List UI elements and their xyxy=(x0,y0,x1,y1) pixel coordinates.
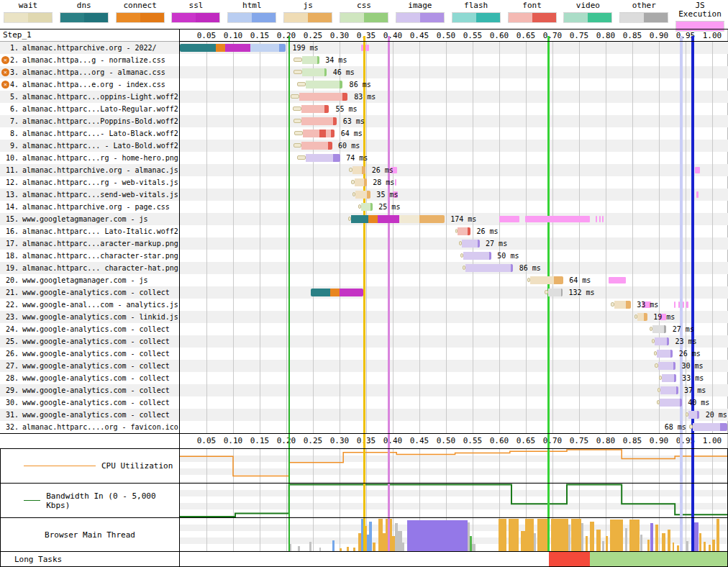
waterfall-row[interactable]: 20 ms xyxy=(180,409,728,421)
waterfall-row[interactable]: 26 ms xyxy=(180,164,728,176)
request-list-item[interactable]: 11.almanac.httparchive.org - almanac.js xyxy=(0,164,180,176)
request-bar[interactable] xyxy=(654,350,673,358)
request-list-item[interactable]: 16.almanac.httparc... Lato-Italic.woff2 xyxy=(0,225,180,237)
waterfall-row[interactable]: 27 ms xyxy=(180,323,728,335)
request-bar[interactable] xyxy=(291,93,347,101)
request-bar[interactable] xyxy=(634,313,647,321)
request-bar[interactable] xyxy=(294,117,337,125)
request-bar[interactable] xyxy=(348,215,445,223)
request-list-item[interactable]: 27.www.google-analytics.com - collect xyxy=(0,360,180,372)
request-list-item[interactable]: 21.www.google-analytics.com - collect xyxy=(0,286,180,299)
request-bar[interactable] xyxy=(652,337,669,345)
waterfall-row[interactable]: 26 ms xyxy=(180,348,728,360)
request-list-item[interactable]: 22.www.google-anal...com - analytics.js xyxy=(0,299,180,311)
waterfall-row[interactable]: 30 ms xyxy=(180,360,728,372)
request-bar[interactable] xyxy=(180,44,286,52)
request-bar[interactable] xyxy=(689,423,727,431)
waterfall-row[interactable]: 174 ms xyxy=(180,213,728,225)
request-bar[interactable] xyxy=(460,252,491,260)
waterfall-row[interactable]: 50 ms xyxy=(180,250,728,262)
waterfall-row[interactable]: 46 ms xyxy=(180,66,728,78)
waterfall-row[interactable]: 199 ms xyxy=(180,42,728,54)
request-bar[interactable] xyxy=(358,203,373,211)
waterfall-row[interactable]: 26 ms xyxy=(180,225,728,237)
waterfall-row[interactable]: 19 ms xyxy=(180,311,728,323)
request-bar[interactable] xyxy=(650,325,667,333)
request-bar[interactable] xyxy=(294,130,335,137)
request-bar[interactable] xyxy=(311,289,363,296)
request-list-item[interactable]: 30.www.google-analytics.com - collect xyxy=(0,396,180,409)
waterfall-row[interactable]: 64 ms xyxy=(180,127,728,140)
waterfall-row[interactable]: 63 ms xyxy=(180,115,728,127)
request-list-item[interactable]: 8.almanac.httparc...- Lato-Black.woff2 xyxy=(0,127,180,140)
request-list-item[interactable]: 1.almanac.httparchive.org - 2022/ xyxy=(0,42,180,54)
request-list-item[interactable]: 17.almanac.httparc...aracter-markup.png xyxy=(0,237,180,250)
request-list-item[interactable]: 6.almanac.httparc...Lato-Regular.woff2 xyxy=(0,103,180,115)
request-list-item[interactable]: ✕4.almanac.httpa...e.org - index.css xyxy=(0,78,180,91)
request-list-item[interactable]: 25.www.google-analytics.com - collect xyxy=(0,335,180,348)
waterfall-row[interactable]: 25 ms xyxy=(180,201,728,213)
request-list-item[interactable]: ✕3.almanac.httpa...org - almanac.css xyxy=(0,66,180,78)
waterfall-row[interactable]: 40 ms xyxy=(180,396,728,409)
request-bar[interactable] xyxy=(352,191,370,199)
request-list-item[interactable]: 13.almanac.httparc...send-web-vitals.js xyxy=(0,189,180,201)
request-list-item[interactable]: 24.www.google-analytics.com - collect xyxy=(0,323,180,335)
request-bar[interactable] xyxy=(351,178,366,186)
waterfall-row[interactable]: 35 ms xyxy=(180,189,728,201)
waterfall-row[interactable]: 37 ms xyxy=(180,384,728,396)
request-bar[interactable] xyxy=(294,142,332,150)
request-list-item[interactable]: 18.almanac.httparc...character-star.png xyxy=(0,250,180,262)
request-list-item[interactable]: ✕2.almanac.httpa...g - normalize.css xyxy=(0,54,180,66)
waterfall-row[interactable]: 86 ms xyxy=(180,262,728,274)
waterfall-row[interactable]: 74 ms xyxy=(180,152,728,164)
waterfall-row[interactable]: 34 ms xyxy=(180,54,728,66)
request-list-item[interactable]: 32.almanac.httparc....org - favicon.ico xyxy=(0,421,180,433)
request-bar[interactable] xyxy=(527,276,563,284)
request-bar[interactable] xyxy=(545,289,563,296)
request-list-item[interactable]: 19.almanac.httparc... character-hat.png xyxy=(0,262,180,274)
waterfall-row[interactable]: 60 ms xyxy=(180,140,728,152)
request-bar[interactable] xyxy=(463,264,513,272)
request-bar[interactable] xyxy=(349,166,365,174)
request-bar[interactable] xyxy=(297,81,343,89)
waterfall-row[interactable]: 33 ms xyxy=(180,299,728,311)
request-list-item[interactable]: 12.almanac.httparc...rg - web-vitals.js xyxy=(0,176,180,189)
request-bar[interactable] xyxy=(294,68,327,76)
waterfall-row[interactable]: 132 ms xyxy=(180,286,728,299)
request-list-item[interactable]: 9.almanac.httparc... - Lato-Bold.woff2 xyxy=(0,140,180,152)
request-list-item[interactable]: 20.www.googletagmanager.com - js xyxy=(0,274,180,286)
request-bar[interactable] xyxy=(293,105,329,113)
request-list-item[interactable]: 31.www.google-analytics.com - collect xyxy=(0,409,180,421)
request-list-item[interactable]: 26.www.google-analytics.com - collect xyxy=(0,348,180,360)
request-list-item[interactable]: 5.almanac.httparc...oppins-Light.woff2 xyxy=(0,91,180,103)
legend-swatch-dark xyxy=(140,13,164,22)
bar-segment-font_l xyxy=(299,93,342,101)
waterfall-row[interactable]: 55 ms xyxy=(180,103,728,115)
request-list-item[interactable]: 23.www.google-analytics.com - linkid.js xyxy=(0,311,180,323)
request-list-item[interactable]: 28.www.google-analytics.com - collect xyxy=(0,372,180,384)
waterfall-row[interactable]: 83 ms xyxy=(180,91,728,103)
waterfall-row[interactable]: 64 ms xyxy=(180,274,728,286)
waterfall-row[interactable]: 28 ms xyxy=(180,176,728,189)
request-bar[interactable] xyxy=(297,154,340,162)
waterfall-row[interactable]: 86 ms xyxy=(180,78,728,91)
waterfall-row[interactable]: 68 ms xyxy=(180,421,728,433)
request-bar[interactable] xyxy=(659,374,676,382)
request-list-item[interactable]: 7.almanac.httparc...Poppins-Bold.woff2 xyxy=(0,115,180,127)
request-bar[interactable] xyxy=(611,301,630,309)
request-list-item[interactable]: 29.www.google-analytics.com - collect xyxy=(0,384,180,396)
waterfall-row[interactable]: 23 ms xyxy=(180,335,728,348)
request-list-item[interactable]: 15.www.googletagmanager.com - js xyxy=(0,213,180,225)
request-bar[interactable] xyxy=(657,399,682,407)
request-bar[interactable] xyxy=(455,227,470,235)
request-list-item[interactable]: 14.almanac.httparchive.org - page.css xyxy=(0,201,180,213)
request-bar[interactable] xyxy=(459,240,480,248)
request-bar[interactable] xyxy=(686,411,699,419)
request-bar[interactable] xyxy=(658,386,678,394)
request-bar[interactable] xyxy=(655,362,675,370)
waterfall-row[interactable]: 33 ms xyxy=(180,372,728,384)
request-bar[interactable] xyxy=(294,56,319,64)
waterfall-row[interactable]: 27 ms xyxy=(180,237,728,250)
cpu-legend-cell: CPU Utilization xyxy=(0,449,180,483)
request-list-item[interactable]: 10.almanac.httparc...rg - home-hero.png xyxy=(0,152,180,164)
